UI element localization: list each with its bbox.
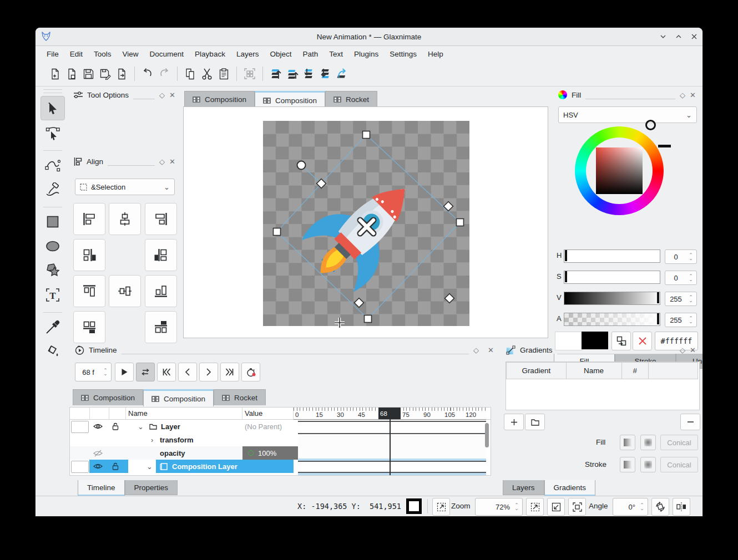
title-bar[interactable]: New Animation * — Glaxnimate (36, 28, 702, 46)
close-panel-icon[interactable]: ✕ (488, 347, 494, 354)
transform-row[interactable]: › transform (70, 433, 294, 446)
menu-plugins[interactable]: Plugins (348, 48, 384, 60)
group-icon[interactable] (241, 65, 258, 82)
close-button[interactable] (690, 33, 698, 40)
layer-lower-icon[interactable] (301, 65, 317, 82)
layer-raise-icon[interactable] (284, 65, 301, 82)
frame-spinbox[interactable]: 68 f⌃⌄ (75, 363, 112, 381)
fill-conical-gradient-button[interactable]: Conical (660, 435, 698, 450)
expand-chevron-icon[interactable]: ⌄ (138, 422, 144, 431)
current-color-indicator[interactable] (406, 498, 422, 514)
star-tool-button[interactable] (41, 259, 64, 282)
angle-spinbox[interactable]: 0°⌃⌄ (613, 498, 648, 516)
align-target-select[interactable]: &Selection ⌄ (75, 179, 175, 195)
playhead[interactable] (390, 408, 391, 475)
saturation-slider[interactable] (564, 271, 660, 284)
align-v-center-button[interactable] (109, 275, 141, 307)
zoom-spinbox[interactable]: 72%⌃⌄ (475, 498, 523, 516)
alpha-slider[interactable] (564, 313, 660, 326)
align-top-button[interactable] (73, 275, 105, 307)
close-panel-icon[interactable]: ✕ (690, 347, 696, 354)
align-relative-bottom-button[interactable] (73, 311, 105, 343)
saturation-value-square[interactable] (596, 147, 643, 194)
freehand-tool-button[interactable] (41, 178, 64, 201)
align-relative-top-button[interactable] (145, 311, 177, 343)
layer-toggle-box[interactable] (71, 461, 89, 473)
draw-bezier-tool-button[interactable] (41, 154, 64, 177)
hue-wheel-marker[interactable] (645, 120, 656, 130)
paste-icon[interactable] (215, 65, 232, 82)
remove-gradient-button[interactable] (680, 414, 700, 430)
value-slider[interactable] (564, 292, 660, 305)
gradients-table[interactable]: Gradient Name # (506, 362, 700, 410)
dock-tab-layers[interactable]: Layers (503, 480, 544, 495)
reset-rotation-icon[interactable] (651, 498, 669, 516)
zoom-in-icon[interactable] (526, 498, 544, 516)
menu-file[interactable]: File (41, 48, 64, 60)
color-model-select[interactable]: HSV ⌄ (558, 106, 697, 123)
minimize-button[interactable] (659, 33, 667, 40)
canvas-viewport[interactable] (183, 106, 548, 338)
document-save-as-icon[interactable] (97, 65, 113, 82)
align-h-center-button[interactable] (109, 203, 141, 235)
fill-bucket-tool-button[interactable] (41, 340, 64, 363)
align-relative-right-button[interactable] (145, 239, 177, 271)
previous-frame-button[interactable] (178, 363, 197, 381)
opacity-row[interactable]: opacity 100% (70, 446, 294, 460)
align-left-button[interactable] (73, 203, 105, 235)
timeline-scrollbar[interactable] (485, 423, 489, 447)
canvas-tab-composition-2[interactable]: Composition (255, 91, 325, 108)
fit-view-icon[interactable] (568, 498, 586, 516)
go-to-first-frame-button[interactable] (157, 363, 176, 381)
document-new-icon[interactable] (47, 65, 63, 82)
close-panel-icon[interactable]: ✕ (169, 158, 175, 165)
stroke-radial-gradient-button[interactable] (640, 457, 656, 472)
eye-visible-icon[interactable] (93, 463, 103, 470)
record-keyframes-button[interactable] (241, 363, 260, 381)
gradient-presets-folder-icon[interactable] (525, 414, 545, 430)
stroke-conical-gradient-button[interactable]: Conical (660, 457, 698, 472)
rectangle-tool-button[interactable] (41, 210, 64, 233)
loop-button[interactable] (136, 363, 155, 381)
close-panel-icon[interactable]: ✕ (690, 91, 696, 99)
timeline-tab-rocket[interactable]: Rocket (214, 389, 266, 405)
align-relative-left-button[interactable] (73, 239, 105, 271)
layer-move-up-level-icon[interactable] (334, 65, 351, 82)
select-tool-button[interactable] (41, 96, 65, 120)
menu-help[interactable]: Help (422, 48, 449, 60)
menu-path[interactable]: Path (297, 48, 323, 60)
composition-layer-row[interactable]: ⌄ Composition Layer (70, 460, 294, 473)
dock-tab-properties[interactable]: Properties (125, 480, 178, 495)
layer-toggle-box[interactable] (71, 421, 89, 433)
animated-property-indicator-icon[interactable] (248, 450, 254, 456)
layer-track[interactable] (298, 421, 486, 434)
document-save-icon[interactable] (80, 65, 97, 82)
flip-view-icon[interactable] (673, 498, 690, 516)
float-panel-icon[interactable]: ◇ (473, 347, 479, 354)
float-panel-icon[interactable]: ◇ (159, 158, 165, 165)
menu-text[interactable]: Text (323, 48, 348, 60)
color-picker-tool-button[interactable] (41, 315, 64, 339)
align-bottom-button[interactable] (145, 275, 177, 307)
stroke-linear-gradient-button[interactable] (620, 457, 635, 472)
lock-icon[interactable] (112, 422, 119, 430)
canvas-tab-rocket[interactable]: Rocket (325, 91, 377, 107)
edit-nodes-tool-button[interactable] (41, 121, 64, 145)
fill-linear-gradient-button[interactable] (620, 435, 635, 450)
align-right-button[interactable] (145, 203, 177, 235)
add-gradient-button[interactable] (504, 414, 524, 430)
ellipse-tool-button[interactable] (41, 235, 64, 258)
value-spinbox[interactable]: 255⌃⌄ (665, 292, 697, 306)
alpha-spinbox[interactable]: 255⌃⌄ (665, 313, 697, 327)
close-panel-icon[interactable]: ✕ (169, 91, 175, 99)
menu-edit[interactable]: Edit (64, 48, 88, 60)
float-panel-icon[interactable]: ◇ (680, 347, 685, 354)
timeline-tab-composition-2[interactable]: Composition (143, 389, 214, 406)
float-panel-icon[interactable]: ◇ (680, 91, 685, 99)
go-to-last-frame-button[interactable] (220, 363, 239, 381)
menu-view[interactable]: View (117, 48, 144, 60)
dock-tab-gradients[interactable]: Gradients (544, 480, 596, 496)
layer-raise-to-top-icon[interactable] (267, 65, 284, 82)
dock-tab-timeline[interactable]: Timeline (78, 480, 125, 496)
zoom-out-icon[interactable] (547, 498, 565, 516)
